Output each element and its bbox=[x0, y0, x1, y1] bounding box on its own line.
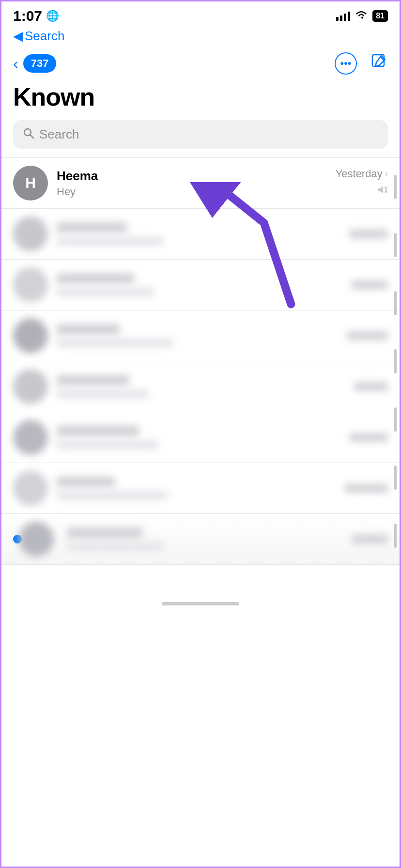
conversation-list: H Heema Hey Yesterday › bbox=[1, 157, 400, 565]
conv-meta: Yesterday › bbox=[336, 168, 388, 199]
wifi-icon bbox=[355, 10, 368, 22]
globe-icon: 🌐 bbox=[46, 10, 59, 22]
battery-level: 81 bbox=[376, 12, 385, 20]
header-actions: ••• bbox=[335, 52, 388, 75]
more-button[interactable]: ••• bbox=[335, 52, 357, 75]
battery-icon: 81 bbox=[372, 10, 388, 22]
status-icons: 81 bbox=[336, 10, 388, 22]
svg-line-2 bbox=[31, 135, 34, 138]
signal-icon bbox=[336, 11, 350, 21]
clock: 1:07 bbox=[13, 8, 42, 24]
header-left: ‹ 737 bbox=[13, 54, 56, 73]
home-indicator bbox=[162, 602, 239, 605]
blurred-avatar bbox=[19, 522, 54, 557]
avatar: H bbox=[13, 166, 48, 201]
status-time: 1:07 🌐 bbox=[13, 8, 59, 24]
unread-badge: 737 bbox=[23, 54, 57, 73]
search-bar-container: Search bbox=[1, 120, 400, 157]
back-nav: ◀ Search bbox=[1, 28, 400, 48]
header-row: ‹ 737 ••• bbox=[1, 48, 400, 80]
blurred-conversation-item bbox=[1, 361, 400, 412]
compose-button[interactable] bbox=[370, 53, 388, 74]
conv-time: Yesterday › bbox=[336, 168, 388, 180]
search-icon bbox=[23, 127, 34, 142]
conversation-item[interactable]: H Heema Hey Yesterday › bbox=[1, 158, 400, 209]
blurred-conversation-item bbox=[1, 260, 400, 310]
conv-timestamp: Yesterday bbox=[336, 168, 383, 180]
mute-icon bbox=[376, 184, 388, 199]
back-nav-label[interactable]: Search bbox=[25, 29, 64, 44]
conv-preview: Hey bbox=[57, 186, 327, 198]
conv-content: Heema Hey bbox=[57, 169, 327, 198]
blurred-conversation-item bbox=[1, 412, 400, 463]
back-button[interactable]: ‹ bbox=[13, 55, 18, 73]
blurred-conversation-item bbox=[1, 514, 400, 565]
search-placeholder: Search bbox=[39, 127, 79, 142]
conv-name: Heema bbox=[57, 169, 327, 184]
status-bar: 1:07 🌐 81 bbox=[1, 1, 400, 28]
back-chevron-icon: ◀ bbox=[13, 29, 23, 44]
blurred-conversation-item bbox=[1, 310, 400, 361]
page-title: Known bbox=[1, 80, 400, 120]
blurred-conversation-item bbox=[1, 463, 400, 514]
chevron-right-icon: › bbox=[385, 168, 388, 180]
blurred-conversation-item bbox=[1, 209, 400, 260]
search-bar[interactable]: Search bbox=[13, 120, 388, 149]
